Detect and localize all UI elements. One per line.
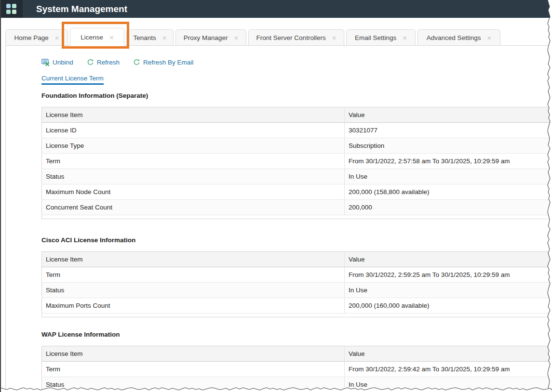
section-foundation-information: Foundation Information (Separate) Licens… [41,92,552,219]
cell-license-item: License Type [42,138,345,154]
page-title: System Management [36,4,127,14]
tab-email-settings[interactable]: Email Settings × [346,29,416,45]
column-header-value: Value [345,107,552,123]
refresh-icon [87,59,94,66]
table-header-row: License Item Value [42,252,552,267]
cell-license-item: Status [42,169,345,184]
close-icon[interactable]: × [234,34,238,41]
refresh-button[interactable]: Refresh [87,59,120,66]
table-row: Maximum Ports Count 200,000 (160,000 ava… [42,298,552,314]
title-bar: System Management [0,0,552,18]
unbind-icon [41,58,50,66]
cell-license-item: License ID [42,123,345,138]
table-header-row: License Item Value [42,107,552,123]
column-header-value: Value [345,346,552,362]
tab-label: Proxy Manager [184,34,228,41]
license-table: License Item Value Term From 30/1/2022, … [41,346,552,392]
tab-license[interactable]: License × [70,28,124,46]
tab-advanced-settings[interactable]: Advanced Settings × [417,29,500,45]
cell-license-item: Status [42,283,345,298]
tab-home-page[interactable]: Home Page × [5,29,68,45]
tab-tenants[interactable]: Tenants × [126,29,174,45]
cell-value: From 30/1/2022, 2:59:25 am To 30/1/2025,… [345,267,552,283]
refresh-icon [133,59,140,66]
cell-license-item: Maximum Ports Count [42,298,345,314]
tab-label: Front Server Controllers [256,34,326,41]
tab-front-server-controllers[interactable]: Front Server Controllers × [248,29,344,45]
refresh-label: Refresh [97,59,120,66]
close-icon[interactable]: × [487,34,491,41]
refresh-by-email-label: Refresh By Email [143,59,193,66]
cell-license-item: Term [42,267,345,283]
cell-value: In Use [345,283,552,298]
close-icon[interactable]: × [403,34,407,41]
tab-label: Tenants [133,34,156,41]
column-header-license-item: License Item [42,346,345,362]
subtab-row: Current License Term [41,74,552,85]
cell-license-item: Term [42,154,345,169]
cell-value: Subscription [345,138,552,154]
tab-proxy-manager[interactable]: Proxy Manager × [175,29,246,45]
close-icon[interactable]: × [109,34,114,41]
app-menu-button[interactable] [0,0,23,18]
cell-value: From 30/1/2022, 2:57:58 am To 30/1/2025,… [345,154,552,169]
table-row: Term From 30/1/2022, 2:59:42 am To 30/1/… [42,362,552,377]
table-row: Status In Use [42,377,552,392]
unbind-button[interactable]: Unbind [41,58,73,66]
table-footer [41,215,552,219]
refresh-by-email-button[interactable]: Refresh By Email [133,59,193,66]
license-table: License Item Value Term From 30/1/2022, … [41,251,552,314]
table-header-row: License Item Value [42,346,552,362]
license-table: License Item Value License ID 30321077 L… [41,107,552,215]
table-row: Concurrent Seat Count 200,000 [42,200,552,215]
table-row: Status In Use [42,283,552,298]
tab-label: Email Settings [355,34,396,41]
cell-value: In Use [345,377,552,392]
subtab-current-license-term[interactable]: Current License Term [41,75,104,85]
close-icon[interactable]: × [55,34,59,41]
tab-label: License [81,34,103,41]
section-title: WAP License Information [41,331,552,338]
table-row: Maximum Node Count 200,000 (158,800 avai… [42,184,552,200]
table-row: Status In Use [42,169,552,184]
table-row: Term From 30/1/2022, 2:57:58 am To 30/1/… [42,154,552,169]
unbind-label: Unbind [53,59,73,66]
section-cisco-aci-license: Cisco ACI License Information License It… [41,236,552,317]
cell-value: From 30/1/2022, 2:59:42 am To 30/1/2025,… [345,362,552,377]
close-icon[interactable]: × [332,34,337,41]
cell-value: 30321077 [345,123,552,138]
cell-license-item: Maximum Node Count [42,184,345,200]
screenshot-left-border [0,0,1,392]
cell-value: 200,000 (160,000 available) [345,298,552,314]
cell-value: In Use [345,169,552,184]
tab-label: Advanced Settings [427,34,481,41]
table-row: Term From 30/1/2022, 2:59:25 am To 30/1/… [42,267,552,283]
toolbar: Unbind Refresh Refresh B [41,58,552,66]
tab-label: Home Page [14,34,48,41]
column-header-license-item: License Item [42,107,345,123]
table-footer [41,314,552,317]
license-tab-content: Unbind Refresh Refresh B [5,46,552,392]
screenshot-frame: System Management Home Page × License × … [0,0,552,392]
column-header-license-item: License Item [42,252,345,267]
table-row: License ID 30321077 [42,123,552,138]
cell-license-item: Status [42,377,345,392]
cell-license-item: Term [42,362,345,377]
section-wap-license: WAP License Information License Item Val… [41,331,552,392]
close-icon[interactable]: × [162,34,167,41]
table-row: License Type Subscription [42,138,552,154]
cell-value: 200,000 [345,200,552,215]
section-title: Cisco ACI License Information [41,236,552,244]
column-header-value: Value [345,252,552,267]
tab-strip: Home Page × License × Tenants × Proxy Ma… [5,28,552,46]
section-title: Foundation Information (Separate) [41,92,552,99]
grid-squares-icon [6,4,16,14]
cell-value: 200,000 (158,800 available) [345,184,552,200]
cell-license-item: Concurrent Seat Count [42,200,345,215]
